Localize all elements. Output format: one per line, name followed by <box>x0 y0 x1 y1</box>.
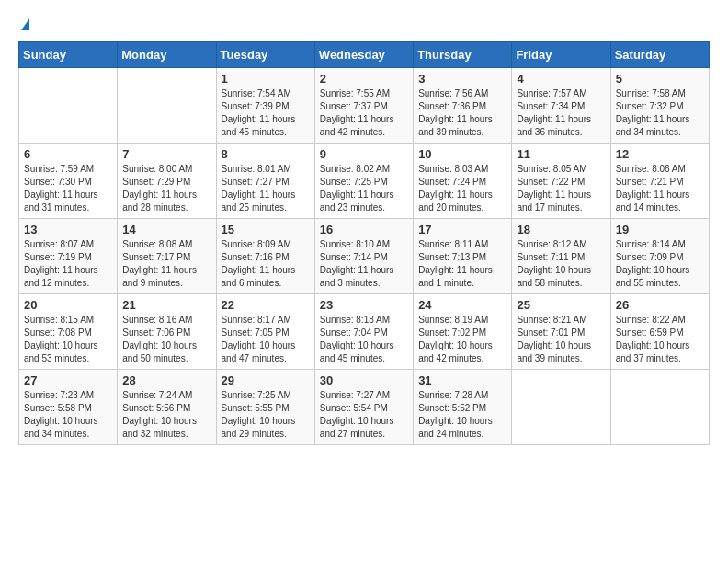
header-friday: Friday <box>512 42 610 68</box>
day-number: 21 <box>122 298 210 312</box>
day-info: Sunrise: 8:15 AM Sunset: 7:08 PM Dayligh… <box>24 314 112 365</box>
calendar-cell: 18Sunrise: 8:12 AM Sunset: 7:11 PM Dayli… <box>512 219 610 294</box>
day-info: Sunrise: 8:06 AM Sunset: 7:21 PM Dayligh… <box>616 163 704 214</box>
calendar-cell: 30Sunrise: 7:27 AM Sunset: 5:54 PM Dayli… <box>314 370 413 445</box>
day-info: Sunrise: 8:00 AM Sunset: 7:29 PM Dayligh… <box>122 163 210 214</box>
calendar-cell: 9Sunrise: 8:02 AM Sunset: 7:25 PM Daylig… <box>314 144 413 219</box>
day-info: Sunrise: 7:57 AM Sunset: 7:34 PM Dayligh… <box>517 87 605 139</box>
day-info: Sunrise: 8:07 AM Sunset: 7:19 PM Dayligh… <box>24 238 112 290</box>
day-number: 31 <box>418 373 506 387</box>
day-info: Sunrise: 8:02 AM Sunset: 7:25 PM Dayligh… <box>320 163 408 214</box>
calendar-cell: 7Sunrise: 8:00 AM Sunset: 7:29 PM Daylig… <box>118 144 216 219</box>
day-number: 20 <box>24 298 112 312</box>
calendar-cell <box>118 68 216 144</box>
day-info: Sunrise: 7:54 AM Sunset: 7:39 PM Dayligh… <box>222 87 310 139</box>
logo <box>18 18 29 32</box>
calendar-week-row: 20Sunrise: 8:15 AM Sunset: 7:08 PM Dayli… <box>19 294 710 370</box>
calendar-cell: 17Sunrise: 8:11 AM Sunset: 7:13 PM Dayli… <box>414 219 512 294</box>
day-number: 17 <box>418 223 506 236</box>
calendar-cell: 14Sunrise: 8:08 AM Sunset: 7:17 PM Dayli… <box>118 219 216 294</box>
calendar-cell: 13Sunrise: 8:07 AM Sunset: 7:19 PM Dayli… <box>19 219 118 294</box>
calendar-cell: 1Sunrise: 7:54 AM Sunset: 7:39 PM Daylig… <box>216 68 314 144</box>
day-number: 27 <box>24 373 112 387</box>
day-number: 22 <box>222 298 310 312</box>
day-number: 2 <box>320 72 408 86</box>
day-info: Sunrise: 8:21 AM Sunset: 7:01 PM Dayligh… <box>517 314 605 365</box>
calendar-cell: 22Sunrise: 8:17 AM Sunset: 7:05 PM Dayli… <box>216 294 314 370</box>
day-info: Sunrise: 8:14 AM Sunset: 7:09 PM Dayligh… <box>616 238 704 290</box>
calendar-cell: 16Sunrise: 8:10 AM Sunset: 7:14 PM Dayli… <box>314 219 413 294</box>
calendar-week-row: 1Sunrise: 7:54 AM Sunset: 7:39 PM Daylig… <box>19 68 710 144</box>
calendar-cell <box>19 68 118 144</box>
day-number: 3 <box>418 72 506 86</box>
calendar-week-row: 27Sunrise: 7:23 AM Sunset: 5:58 PM Dayli… <box>19 370 710 445</box>
day-number: 13 <box>24 223 112 236</box>
day-info: Sunrise: 7:56 AM Sunset: 7:36 PM Dayligh… <box>418 87 506 139</box>
day-number: 19 <box>616 223 704 236</box>
day-info: Sunrise: 7:55 AM Sunset: 7:37 PM Dayligh… <box>320 87 408 139</box>
day-number: 7 <box>122 147 210 161</box>
day-number: 9 <box>320 147 408 161</box>
calendar-cell: 21Sunrise: 8:16 AM Sunset: 7:06 PM Dayli… <box>118 294 216 370</box>
calendar-cell: 2Sunrise: 7:55 AM Sunset: 7:37 PM Daylig… <box>314 68 413 144</box>
calendar-cell: 23Sunrise: 8:18 AM Sunset: 7:04 PM Dayli… <box>314 294 413 370</box>
day-number: 28 <box>122 373 210 387</box>
header-thursday: Thursday <box>414 42 512 68</box>
day-info: Sunrise: 8:22 AM Sunset: 6:59 PM Dayligh… <box>616 314 704 365</box>
logo-triangle-icon <box>21 18 29 30</box>
day-info: Sunrise: 7:59 AM Sunset: 7:30 PM Dayligh… <box>24 163 112 214</box>
day-number: 14 <box>122 223 210 236</box>
header-wednesday: Wednesday <box>314 42 413 68</box>
day-number: 1 <box>222 72 310 86</box>
calendar-week-row: 6Sunrise: 7:59 AM Sunset: 7:30 PM Daylig… <box>19 144 710 219</box>
day-info: Sunrise: 7:24 AM Sunset: 5:56 PM Dayligh… <box>122 389 210 441</box>
day-info: Sunrise: 8:19 AM Sunset: 7:02 PM Dayligh… <box>418 314 506 365</box>
day-info: Sunrise: 7:23 AM Sunset: 5:58 PM Dayligh… <box>24 389 112 441</box>
day-number: 26 <box>616 298 704 312</box>
calendar-cell: 29Sunrise: 7:25 AM Sunset: 5:55 PM Dayli… <box>216 370 314 445</box>
calendar-cell: 4Sunrise: 7:57 AM Sunset: 7:34 PM Daylig… <box>512 68 610 144</box>
day-info: Sunrise: 8:01 AM Sunset: 7:27 PM Dayligh… <box>222 163 310 214</box>
calendar-table: SundayMondayTuesdayWednesdayThursdayFrid… <box>18 41 710 445</box>
day-info: Sunrise: 8:09 AM Sunset: 7:16 PM Dayligh… <box>222 238 310 290</box>
calendar-cell: 28Sunrise: 7:24 AM Sunset: 5:56 PM Dayli… <box>118 370 216 445</box>
day-info: Sunrise: 8:12 AM Sunset: 7:11 PM Dayligh… <box>517 238 605 290</box>
day-info: Sunrise: 8:16 AM Sunset: 7:06 PM Dayligh… <box>122 314 210 365</box>
day-number: 4 <box>517 72 605 86</box>
day-number: 25 <box>517 298 605 312</box>
header-saturday: Saturday <box>610 42 709 68</box>
calendar-cell <box>610 370 709 445</box>
day-info: Sunrise: 7:25 AM Sunset: 5:55 PM Dayligh… <box>222 389 310 441</box>
day-number: 8 <box>222 147 310 161</box>
day-number: 30 <box>320 373 408 387</box>
day-info: Sunrise: 8:17 AM Sunset: 7:05 PM Dayligh… <box>222 314 310 365</box>
day-number: 16 <box>320 223 408 236</box>
header-sunday: Sunday <box>19 42 118 68</box>
calendar-cell: 5Sunrise: 7:58 AM Sunset: 7:32 PM Daylig… <box>610 68 709 144</box>
day-info: Sunrise: 7:58 AM Sunset: 7:32 PM Dayligh… <box>616 87 704 139</box>
calendar-cell: 12Sunrise: 8:06 AM Sunset: 7:21 PM Dayli… <box>610 144 709 219</box>
calendar-cell: 15Sunrise: 8:09 AM Sunset: 7:16 PM Dayli… <box>216 219 314 294</box>
day-info: Sunrise: 8:18 AM Sunset: 7:04 PM Dayligh… <box>320 314 408 365</box>
day-number: 29 <box>222 373 310 387</box>
day-info: Sunrise: 7:28 AM Sunset: 5:52 PM Dayligh… <box>418 389 506 441</box>
calendar-cell: 3Sunrise: 7:56 AM Sunset: 7:36 PM Daylig… <box>414 68 512 144</box>
page-header <box>18 18 710 32</box>
day-number: 12 <box>616 147 704 161</box>
header-monday: Monday <box>118 42 216 68</box>
day-info: Sunrise: 8:05 AM Sunset: 7:22 PM Dayligh… <box>517 163 605 214</box>
day-number: 6 <box>24 147 112 161</box>
calendar-cell: 25Sunrise: 8:21 AM Sunset: 7:01 PM Dayli… <box>512 294 610 370</box>
day-number: 24 <box>418 298 506 312</box>
day-number: 23 <box>320 298 408 312</box>
calendar-cell: 20Sunrise: 8:15 AM Sunset: 7:08 PM Dayli… <box>19 294 118 370</box>
calendar-cell: 19Sunrise: 8:14 AM Sunset: 7:09 PM Dayli… <box>610 219 709 294</box>
day-info: Sunrise: 8:08 AM Sunset: 7:17 PM Dayligh… <box>122 238 210 290</box>
day-info: Sunrise: 7:27 AM Sunset: 5:54 PM Dayligh… <box>320 389 408 441</box>
calendar-header-row: SundayMondayTuesdayWednesdayThursdayFrid… <box>19 42 710 68</box>
day-info: Sunrise: 8:11 AM Sunset: 7:13 PM Dayligh… <box>418 238 506 290</box>
day-number: 18 <box>517 223 605 236</box>
calendar-cell: 6Sunrise: 7:59 AM Sunset: 7:30 PM Daylig… <box>19 144 118 219</box>
calendar-cell: 11Sunrise: 8:05 AM Sunset: 7:22 PM Dayli… <box>512 144 610 219</box>
calendar-cell <box>512 370 610 445</box>
